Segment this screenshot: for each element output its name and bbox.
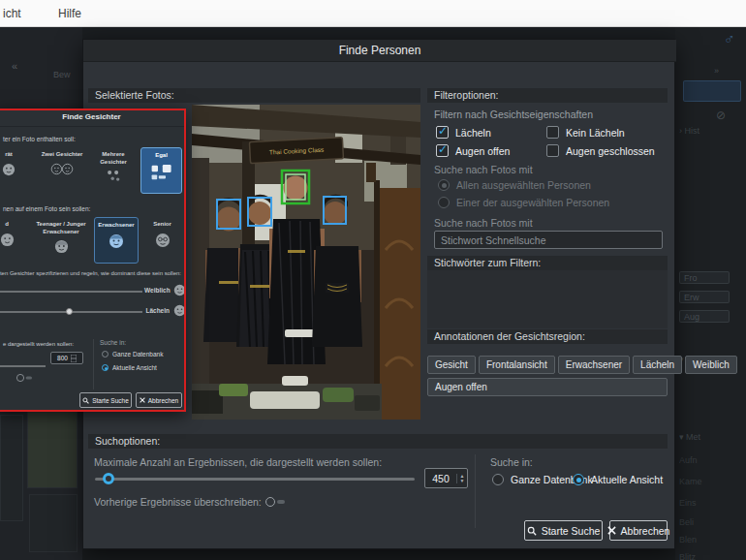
radio-icon bbox=[438, 197, 450, 208]
card-label: Teenager / Junger Erwachsener bbox=[32, 221, 90, 235]
overwrite-toggle[interactable] bbox=[265, 497, 285, 507]
tag-augen-offen[interactable]: Augen offen bbox=[427, 378, 668, 396]
tag-gesicht[interactable]: Gesicht bbox=[427, 356, 476, 374]
slider-handle[interactable] bbox=[66, 308, 73, 315]
photo-thumbnail bbox=[0, 415, 23, 521]
traits-label: r gesuchten Gesichter spezifizieren und … bbox=[0, 270, 181, 276]
menu-bar: icht Hilfe bbox=[0, 0, 746, 27]
card-label: Egal bbox=[155, 152, 168, 160]
mini-radio-ganze-datenbank[interactable]: Ganze Datenbank bbox=[102, 351, 163, 358]
search-icon bbox=[82, 397, 89, 404]
card-erwachsener-selected[interactable]: Erwachsener bbox=[94, 217, 139, 264]
tag-frontalansicht[interactable]: Frontalansicht bbox=[479, 356, 555, 374]
search-in-label: Suche in: bbox=[490, 456, 533, 468]
meta-row: Eins bbox=[679, 498, 697, 508]
mini-divider bbox=[93, 339, 94, 389]
radio-aktuelle-ansicht[interactable]: Aktuelle Ansicht bbox=[573, 474, 663, 485]
multiple-faces-icon bbox=[105, 170, 122, 183]
overlay-title: Finde Gesichter bbox=[0, 112, 184, 121]
tag-laecheln[interactable]: Lächeln bbox=[633, 356, 682, 374]
background-right-panel: ♂ » ⊘ › Hist Fro Erw Aug ▾ Stic ▾ Met Au… bbox=[675, 27, 746, 560]
face-attributes-label: Filtern nach Gesichtseigenschaften bbox=[434, 109, 593, 120]
card-kind[interactable]: d bbox=[0, 217, 28, 264]
card-label: Mehrere Gesichter bbox=[89, 151, 138, 166]
two-faces-icon bbox=[50, 163, 74, 175]
face-glasses-icon bbox=[155, 233, 171, 248]
mini-slider[interactable] bbox=[0, 365, 46, 367]
mini-max-results-label: e dargestellt werden sollen: bbox=[3, 341, 74, 347]
tag-weiblich[interactable]: Weiblich bbox=[685, 356, 737, 374]
card-zwei-gesichter[interactable]: Zwei Gesichter bbox=[38, 147, 86, 194]
section-histogram[interactable]: › Hist bbox=[679, 126, 699, 136]
age-label: nen auf einem Foto sein sollen: bbox=[3, 205, 90, 212]
tag-chip-text: Erw bbox=[684, 293, 699, 302]
meta-row: Blitz bbox=[679, 552, 696, 560]
toggle-bar bbox=[26, 376, 32, 379]
slider-handle[interactable] bbox=[103, 473, 114, 484]
background-text-fragment: Bew bbox=[53, 70, 71, 79]
face-icon bbox=[2, 163, 16, 176]
card-label: Erwachsener bbox=[98, 222, 134, 230]
mini-radio-aktuelle-ansicht[interactable]: Aktuelle Ansicht bbox=[102, 364, 157, 371]
card-egal-selected[interactable]: Egal bbox=[140, 147, 182, 194]
keywords-filter-list[interactable] bbox=[427, 270, 668, 328]
male-symbol-icon: ♂ bbox=[724, 31, 735, 48]
spinbox-arrows-icon[interactable]: ▲▼ bbox=[456, 474, 467, 483]
mini-start-search-button[interactable]: Starte Suche bbox=[79, 392, 132, 408]
face-icon-blue bbox=[109, 233, 124, 249]
selected-photo: Thai Cooking Class bbox=[192, 105, 420, 420]
button-label: Abbrechen bbox=[148, 397, 178, 404]
mini-overwrite-toggle[interactable] bbox=[16, 374, 32, 382]
checkbox-icon bbox=[436, 144, 449, 157]
background-bottom-strip bbox=[82, 549, 675, 560]
section-metadata[interactable]: ▾ Met bbox=[679, 432, 700, 442]
tag-chip-text: Fro bbox=[684, 273, 698, 283]
divider bbox=[0, 126, 184, 127]
card-mehrere-gesichter[interactable]: Mehrere Gesichter bbox=[89, 147, 138, 194]
spinbox-value: 450 bbox=[425, 473, 456, 484]
checkbox-augen-geschlossen[interactable]: Augen geschlossen bbox=[546, 144, 655, 157]
face-icon bbox=[173, 304, 186, 317]
menu-item-hilfe[interactable]: Hilfe bbox=[58, 7, 81, 20]
checkbox-laecheln[interactable]: Lächeln bbox=[436, 126, 491, 139]
meta-row: Aufn bbox=[679, 455, 698, 465]
mini-max-results-spinbox[interactable]: 800 bbox=[50, 352, 83, 364]
collapse-chevrons-icon[interactable]: « bbox=[12, 60, 17, 72]
card-portrait[interactable]: rät bbox=[0, 147, 32, 194]
selected-tool-row[interactable] bbox=[683, 80, 741, 102]
radio-label: Allen ausgewählten Personen bbox=[456, 179, 591, 191]
checkbox-label: Augen offen bbox=[455, 145, 510, 157]
radio-icon bbox=[492, 474, 504, 485]
face-icon bbox=[0, 233, 15, 247]
card-teenager[interactable]: Teenager / Junger Erwachsener bbox=[32, 217, 90, 264]
checkbox-label: Kein Lächeln bbox=[566, 127, 625, 139]
toggle-knob bbox=[16, 374, 24, 382]
search-with-label: Suche nach Fotos mit bbox=[434, 164, 533, 175]
max-results-slider[interactable] bbox=[95, 478, 415, 481]
mini-cancel-button[interactable]: Abbrechen bbox=[136, 392, 182, 408]
cancel-button[interactable]: Abbrechen bbox=[609, 520, 668, 541]
weiblich-slider[interactable] bbox=[0, 291, 142, 293]
checkbox-kein-laecheln[interactable]: Kein Lächeln bbox=[546, 126, 625, 139]
radio-all-selected-persons[interactable]: Allen ausgewählten Personen bbox=[438, 179, 591, 191]
radio-label: Aktuelle Ansicht bbox=[591, 474, 663, 485]
expand-chevrons-icon[interactable]: » bbox=[714, 66, 719, 76]
annotation-tags-row2: Augen offen bbox=[427, 378, 668, 396]
search-options-header: Suchoptionen: bbox=[88, 434, 668, 449]
tag-erwachsener[interactable]: Erwachsener bbox=[558, 356, 630, 374]
max-results-spinbox[interactable]: 450 ▲▼ bbox=[424, 468, 468, 488]
start-search-button[interactable]: Starte Suche bbox=[524, 520, 603, 541]
keywords-filter-header: Stichwörter zum Filtern: bbox=[427, 256, 668, 270]
keyword-search-input[interactable] bbox=[434, 231, 663, 249]
card-senior[interactable]: Senior bbox=[142, 217, 182, 264]
button-label: Abbrechen bbox=[621, 525, 670, 537]
checkbox-label: Lächeln bbox=[455, 127, 491, 139]
card-label: Senior bbox=[153, 221, 171, 229]
checkbox-augen-offen[interactable]: Augen offen bbox=[436, 144, 510, 157]
radio-icon bbox=[438, 179, 450, 191]
button-label: Starte Suche bbox=[92, 397, 129, 404]
radio-one-selected-person[interactable]: Einer der ausgewählten Personen bbox=[438, 197, 609, 208]
close-icon bbox=[140, 397, 145, 403]
keyword-search-label: Suche nach Fotos mit bbox=[434, 217, 533, 229]
menu-item-partial[interactable]: icht bbox=[3, 7, 21, 20]
